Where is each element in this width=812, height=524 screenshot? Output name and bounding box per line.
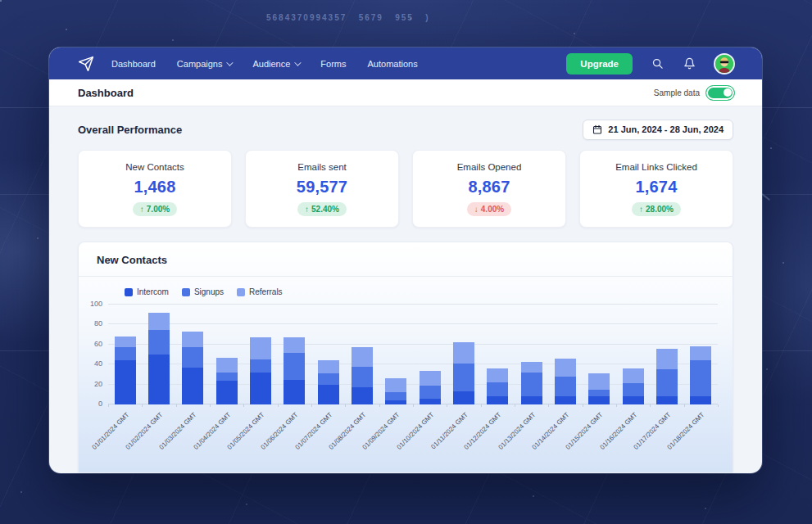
y-axis-tick-label: 0: [98, 400, 102, 408]
sample-data-control: Sample data: [654, 85, 735, 101]
arrow-up-icon: ↑: [140, 205, 144, 214]
sample-data-toggle[interactable]: [705, 85, 735, 101]
plot-outer: 020406080100 01/01/2024 GMT01/02/2024 GM…: [108, 305, 718, 452]
stacked-bar: [623, 305, 644, 404]
bar-segment-referrals: [352, 347, 373, 366]
nav-item-campaigns[interactable]: Campaigns: [177, 59, 232, 69]
nav-item-label: Dashboard: [111, 59, 156, 69]
nav-item-automations[interactable]: Automations: [368, 59, 418, 69]
bar-segment-referrals: [656, 349, 678, 370]
stat-card: Email Links Clicked1,674↑28.00%: [579, 150, 733, 228]
stat-value: 8,867: [468, 178, 510, 196]
bar-segment-signups: [216, 373, 238, 381]
legend-item[interactable]: Signups: [182, 287, 224, 296]
stat-cards-row: New Contacts1,468↑7.00%Emails sent59,577…: [78, 150, 733, 228]
bar-segment-intercom: [555, 396, 576, 404]
nav-item-label: Audience: [252, 59, 290, 69]
avatar[interactable]: [714, 53, 735, 75]
y-axis-tick-label: 60: [94, 340, 102, 348]
sample-data-label: Sample data: [654, 88, 700, 97]
stat-delta-badge: ↑28.00%: [632, 202, 681, 216]
legend-item[interactable]: Referrals: [237, 287, 283, 296]
stat-label: Emails Opened: [457, 162, 522, 172]
bar-segment-referrals: [521, 362, 542, 373]
bar-segment-intercom: [420, 399, 441, 404]
nav-item-label: Campaigns: [177, 59, 223, 69]
stacked-bar: [216, 305, 238, 404]
x-axis-label: 01/18/2024 GMT: [666, 411, 706, 451]
upgrade-button[interactable]: Upgrade: [566, 53, 633, 75]
nav-menu: DashboardCampaignsAudienceFormsAutomatio…: [111, 59, 418, 69]
bar-segment-signups: [250, 359, 271, 373]
bar-segment-signups: [521, 373, 542, 396]
bar-segment-signups: [453, 364, 474, 391]
nav-item-forms[interactable]: Forms: [320, 59, 346, 69]
stat-value: 59,577: [297, 178, 347, 196]
bar-segment-intercom: [250, 373, 271, 404]
stacked-bar: [318, 305, 339, 404]
chevron-down-icon: [227, 59, 234, 66]
legend-item[interactable]: Intercom: [125, 287, 169, 296]
stacked-bar: [656, 305, 678, 404]
bar-segment-intercom: [656, 396, 678, 404]
stat-label: Emails sent: [297, 162, 346, 172]
bar-segment-referrals: [385, 378, 406, 392]
stat-value: 1,674: [635, 178, 677, 196]
date-range-label: 21 Jun, 2024 - 28 Jun, 2024: [608, 124, 724, 134]
bar-segment-signups: [182, 347, 203, 367]
stat-delta-value: 7.00%: [147, 205, 170, 214]
main-content: Overall Performance 21 Jun, 2024 - 28 Ju…: [49, 106, 762, 473]
stacked-bar: [182, 305, 203, 404]
search-icon[interactable]: [650, 56, 665, 71]
legend-label: Referrals: [249, 287, 283, 296]
date-range-picker[interactable]: 21 Jun, 2024 - 28 Jun, 2024: [583, 120, 733, 140]
bar-segment-referrals: [182, 332, 203, 348]
stat-card: New Contacts1,468↑7.00%: [78, 150, 232, 228]
bar-segment-intercom: [623, 396, 644, 404]
stat-label: New Contacts: [125, 162, 184, 172]
bar-segment-intercom: [521, 396, 542, 404]
stacked-bar: [148, 305, 170, 404]
calendar-icon: [592, 124, 602, 134]
stacked-bar: [420, 305, 441, 404]
legend-swatch: [125, 288, 133, 296]
bar-segment-intercom: [182, 368, 203, 404]
nav-item-dashboard[interactable]: Dashboard: [111, 59, 156, 69]
bar-segment-referrals: [487, 368, 508, 382]
arrow-up-icon: ↑: [639, 205, 643, 214]
bar-segment-referrals: [115, 337, 136, 347]
stacked-bar: [284, 305, 305, 404]
stat-value: 1,468: [134, 178, 175, 196]
stacked-bar: [487, 305, 508, 404]
bar-segment-intercom: [318, 385, 339, 404]
top-navbar: DashboardCampaignsAudienceFormsAutomatio…: [49, 47, 762, 79]
nav-right-group: Upgrade: [566, 53, 735, 75]
chart-title: New Contacts: [79, 242, 733, 276]
section-title: Overall Performance: [78, 124, 182, 136]
stat-label: Email Links Clicked: [615, 162, 697, 172]
bar-segment-signups: [352, 367, 373, 388]
bar-segment-signups: [623, 383, 644, 396]
arrow-up-icon: ↑: [305, 205, 309, 214]
bar-segment-referrals: [623, 368, 644, 383]
stacked-bar: [250, 305, 271, 404]
nav-item-audience[interactable]: Audience: [252, 59, 299, 69]
legend-swatch: [182, 288, 190, 296]
bar-segment-intercom: [453, 391, 474, 404]
legend-label: Intercom: [137, 287, 169, 296]
page-title: Dashboard: [78, 87, 134, 99]
stacked-bar: [453, 305, 474, 404]
paper-plane-icon[interactable]: [77, 55, 95, 73]
bar-segment-referrals: [420, 371, 441, 386]
x-axis-tick: [718, 404, 719, 407]
overview-header: Overall Performance 21 Jun, 2024 - 28 Ju…: [78, 119, 733, 140]
bar-segment-intercom: [115, 360, 136, 404]
chart-legend: IntercomSignupsReferrals: [125, 287, 733, 296]
app-window: DashboardCampaignsAudienceFormsAutomatio…: [49, 47, 762, 473]
bar-segment-signups: [588, 390, 610, 397]
stacked-bar: [521, 305, 542, 404]
background-dots: [0, 0, 2, 2]
stacked-bar: [690, 305, 711, 404]
bell-icon[interactable]: [682, 56, 696, 71]
bar-segment-referrals: [588, 373, 610, 390]
